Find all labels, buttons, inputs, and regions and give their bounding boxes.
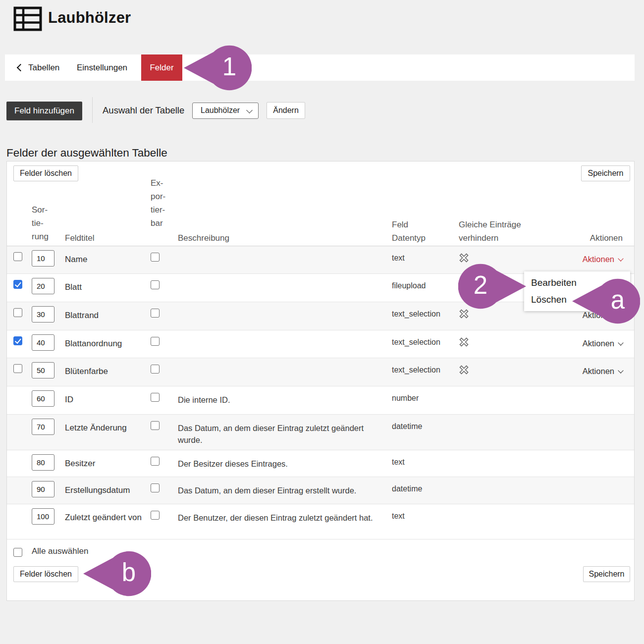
field-description: Das Datum, an dem dieser Eintrag zuletzt… (178, 422, 380, 446)
callout-a: a (571, 277, 640, 325)
table-row-bluetenfarbe: Blütenfarbe text_selection Aktionen (7, 358, 634, 386)
tab-einstellungen[interactable]: Einstellungen (77, 61, 127, 74)
exportable-checkbox[interactable] (151, 457, 160, 466)
actions-link[interactable]: Aktionen (583, 339, 623, 348)
table-row-erstellungsdatum: Erstellungsdatum Das Datum, an dem diese… (7, 477, 634, 504)
callout-a-label: a (611, 287, 625, 313)
back-to-tables-link[interactable]: Tabellen (18, 61, 59, 74)
column-header-gleiche-eintraege: Gleiche Einträge verhindern (459, 218, 521, 245)
chevron-down-icon (618, 368, 623, 373)
field-title: Name (65, 254, 144, 266)
callout-1-label: 1 (222, 54, 236, 79)
column-header-exportierbar: Ex- por- tier- bar (151, 176, 165, 230)
sort-order-input[interactable] (32, 362, 54, 378)
field-datatype: text (392, 512, 405, 521)
save-button-bottom[interactable]: Speichern (583, 566, 630, 582)
field-datatype: text_selection (392, 366, 440, 375)
exportable-checkbox[interactable] (151, 337, 160, 346)
sort-order-input[interactable] (32, 481, 54, 497)
change-table-button[interactable]: Ändern (267, 102, 305, 119)
callout-b: b (82, 550, 151, 597)
prevent-duplicates-icon (458, 364, 470, 378)
chevron-down-icon (618, 340, 623, 345)
exportable-checkbox[interactable] (151, 365, 160, 374)
select-all-checkbox[interactable] (13, 548, 22, 557)
field-description: Der Besitzer dieses Eintrages. (178, 458, 380, 470)
actions-link[interactable]: Aktionen (583, 367, 623, 376)
sort-order-input[interactable] (32, 278, 54, 294)
chevron-left-icon (17, 64, 25, 72)
field-title: Blattrand (65, 310, 144, 322)
row-select-checkbox[interactable] (13, 336, 22, 345)
column-header-aktionen: Aktionen (590, 231, 623, 245)
exportable-checkbox[interactable] (151, 309, 160, 318)
field-description: Die interne ID. (178, 394, 380, 406)
back-link-label: Tabellen (28, 63, 59, 73)
exportable-checkbox[interactable] (151, 483, 160, 492)
row-select-checkbox[interactable] (13, 308, 22, 317)
field-title: Letzte Änderung (65, 422, 144, 434)
sort-order-input[interactable] (32, 334, 54, 351)
exportable-checkbox[interactable] (151, 421, 160, 430)
chevron-down-icon (246, 107, 253, 113)
exportable-checkbox[interactable] (151, 511, 160, 520)
callout-2-label: 2 (474, 272, 487, 298)
section-title: Felder der ausgewählten Tabelle (6, 147, 167, 160)
delete-fields-button-top[interactable]: Felder löschen (13, 165, 78, 181)
prevent-duplicates-icon (458, 336, 470, 350)
sort-order-input[interactable] (32, 454, 54, 471)
table-row-name: Name text Aktionen (7, 246, 634, 274)
field-title: Zuletzt geändert von (65, 512, 144, 524)
table-select-dropdown[interactable]: Laubhölzer (192, 103, 259, 119)
field-datatype: datetime (392, 484, 422, 493)
toolbar-divider (92, 97, 93, 123)
add-field-button[interactable]: Feld hinzufügen (6, 102, 82, 120)
exportable-checkbox[interactable] (151, 253, 160, 262)
sort-order-input[interactable] (32, 306, 54, 322)
actions-link[interactable]: Aktionen (583, 255, 623, 264)
field-datatype: text_selection (392, 338, 440, 347)
save-button-top[interactable]: Speichern (581, 165, 630, 181)
row-select-checkbox[interactable] (13, 364, 22, 373)
field-title: Blütenfarbe (65, 366, 144, 377)
table-select-label: Auswahl der Tabelle (103, 105, 184, 116)
table-row-zuletzt-geaendert-von: Zuletzt geändert von Der Benutzer, der d… (7, 504, 634, 539)
table-select-value: Laubhölzer (201, 106, 240, 115)
field-title: Blattanordnung (65, 338, 144, 350)
exportable-checkbox[interactable] (151, 280, 160, 289)
delete-fields-button-bottom[interactable]: Felder löschen (13, 566, 78, 582)
field-datatype: text (392, 254, 405, 263)
row-select-checkbox[interactable] (13, 280, 22, 289)
field-title: ID (65, 394, 144, 406)
sort-order-input[interactable] (32, 390, 54, 407)
table-row-id: ID Die interne ID. number (7, 386, 634, 415)
field-datatype: datetime (392, 422, 422, 431)
tab-felder[interactable]: Felder (141, 54, 182, 81)
exportable-checkbox[interactable] (151, 393, 160, 402)
sort-order-input[interactable] (32, 250, 54, 267)
field-datatype: fileupload (392, 281, 426, 290)
table-row-besitzer: Besitzer Der Besitzer dieses Eintrages. … (7, 450, 634, 477)
page-title: Laubhölzer (48, 9, 131, 27)
sort-order-input[interactable] (32, 508, 54, 525)
field-datatype: number (392, 394, 419, 403)
nav-bar: Tabellen Einstellungen Felder (5, 54, 635, 81)
sort-order-input[interactable] (32, 419, 54, 435)
select-all-label: Alle auswählen (32, 546, 88, 556)
fields-table: Felder löschen Speichern Sor- tie- rung … (6, 161, 635, 601)
callout-b-label: b (122, 560, 136, 585)
column-header-sortierung: Sor- tie- rung (32, 203, 49, 243)
chevron-down-icon (618, 256, 623, 261)
field-title: Besitzer (65, 458, 144, 470)
field-title: Blatt (65, 281, 144, 293)
field-datatype: text (392, 458, 405, 467)
callout-1: 1 (182, 44, 252, 92)
table-icon (13, 6, 42, 33)
field-description: Das Datum, an dem dieser Eintrag erstell… (178, 484, 380, 496)
callout-2: 2 (458, 263, 528, 310)
field-datatype: text_selection (392, 310, 440, 319)
column-header-feldtitel: Feldtitel (65, 231, 95, 245)
field-description: Der Benutzer, der diesen Eintrag zuletzt… (178, 512, 380, 524)
column-header-datentyp: Feld Datentyp (392, 218, 426, 245)
row-select-checkbox[interactable] (13, 252, 22, 261)
